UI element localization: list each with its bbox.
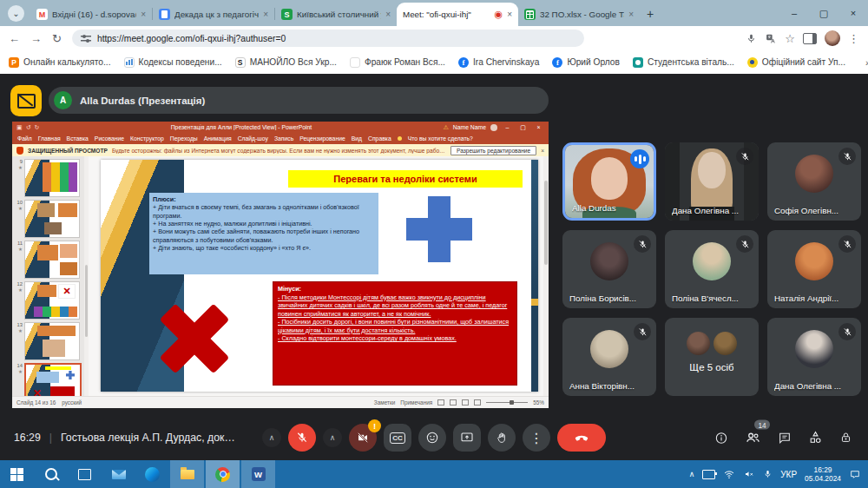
close-tab-icon[interactable]: × <box>628 10 634 19</box>
activities-button[interactable] <box>808 431 823 445</box>
translate-icon[interactable] <box>765 33 777 44</box>
menu-transitions[interactable]: Переходы <box>170 135 198 142</box>
language-indicator[interactable]: русский <box>62 399 82 406</box>
device-icon[interactable] <box>702 470 715 479</box>
enable-editing-button[interactable]: Разрешить редактирование <box>450 146 536 155</box>
close-tab-icon[interactable]: × <box>263 10 268 19</box>
url-text[interactable]: https://meet.google.com/ofi-qxui-ihj?aut… <box>97 34 575 43</box>
menu-home[interactable]: Главная <box>38 135 61 142</box>
browser-menu-icon[interactable]: ⋮ <box>848 33 859 44</box>
presenter-pill[interactable]: A Alla Durdas (Презентація) <box>49 87 549 114</box>
taskbar-clock[interactable]: 16:2905.04.2024 <box>805 465 841 483</box>
maximize-button[interactable]: ▢ <box>809 0 838 26</box>
back-icon[interactable]: ← <box>9 33 20 44</box>
raise-hand-button[interactable] <box>488 424 516 452</box>
tab-university[interactable]: S Київський столичний уніве... × <box>275 3 397 26</box>
tab-meet-active[interactable]: Meet: "ofi-qxui-ihj" ◉ × <box>397 3 518 26</box>
bookmark-calculator[interactable]: PОнлайн калькулято... <box>9 57 111 68</box>
slide-sorter-icon[interactable] <box>450 399 457 406</box>
voice-search-icon[interactable] <box>746 33 757 44</box>
bookmark-ira[interactable]: fIra Chervinskaya <box>458 57 539 68</box>
menu-draw[interactable]: Рисование <box>95 135 124 142</box>
ppt-quick-access-toolbar[interactable]: ▣↺↻ <box>16 124 39 131</box>
slide-scrollbar[interactable] <box>543 156 549 397</box>
dismiss-banner-icon[interactable]: × <box>541 148 544 154</box>
address-bar[interactable]: https://meet.google.com/ofi-qxui-ihj?aut… <box>72 30 584 47</box>
bookmark-official[interactable]: Офіційний сайт Уп... <box>747 57 845 68</box>
close-window-button[interactable]: × <box>838 0 868 26</box>
new-tab-button[interactable]: + <box>647 7 654 21</box>
tile-alla-durdas[interactable]: Alla Durdas <box>562 142 656 221</box>
tray-mic-icon[interactable] <box>763 469 773 479</box>
edge-app-button[interactable] <box>135 460 169 488</box>
reactions-button[interactable] <box>418 424 446 452</box>
menu-view[interactable]: Вид <box>352 135 362 142</box>
tab-search-icon[interactable]: ⌄ <box>8 5 24 22</box>
menu-animations[interactable]: Анимация <box>204 135 232 142</box>
slide-thumbnail-11[interactable] <box>24 241 80 279</box>
mic-options-chevron-icon[interactable]: ∧ <box>262 428 281 447</box>
chrome-app-button[interactable] <box>206 460 240 488</box>
file-explorer-button[interactable] <box>170 460 204 488</box>
bookmark-fraiuk[interactable]: Фраюк Роман Вся... <box>350 57 445 68</box>
tab-docs[interactable]: Декада цк з педагогічної о... × <box>153 3 274 26</box>
presentation-status-badge[interactable] <box>10 85 42 116</box>
close-tab-icon[interactable]: × <box>507 10 512 19</box>
task-view-button[interactable] <box>68 460 102 488</box>
zoom-level[interactable]: 55% <box>533 399 544 406</box>
start-button[interactable] <box>0 460 34 488</box>
save-icon[interactable]: ▣ <box>16 124 23 131</box>
tab-sheets[interactable]: 32 ПО.xlsx - Google Таблиц... × <box>518 3 640 26</box>
menu-design[interactable]: Конструктор <box>130 135 164 142</box>
word-app-button[interactable]: W <box>241 460 275 488</box>
meeting-details-button[interactable] <box>714 431 728 445</box>
slide-thumbnail-13[interactable] <box>24 322 80 360</box>
slide-thumbnail-9[interactable] <box>24 159 80 197</box>
comments-button[interactable]: Примечания <box>400 399 432 406</box>
close-tab-icon[interactable]: × <box>385 10 391 19</box>
participants-button[interactable]: 14 <box>745 430 761 446</box>
menu-review[interactable]: Рецензирование <box>299 135 345 142</box>
menu-record[interactable]: Запись <box>274 135 293 142</box>
taskbar-search-button[interactable] <box>34 460 68 488</box>
tile-anna[interactable]: Анна Вікторівн... <box>562 318 656 396</box>
menu-insert[interactable]: Вставка <box>67 135 89 142</box>
wifi-icon[interactable] <box>723 470 735 479</box>
tray-expand-icon[interactable]: ∧ <box>689 470 695 478</box>
mail-app-button[interactable] <box>102 460 135 488</box>
tell-me-box[interactable]: Что вы хотите сделать? <box>408 135 473 142</box>
bookmark-orlov[interactable]: fЮрий Орлов <box>552 57 620 68</box>
menu-file[interactable]: Файл <box>17 135 32 142</box>
captions-button[interactable]: CC <box>384 424 411 452</box>
slide-thumbnail-14-selected[interactable]: ✕ <box>24 363 82 397</box>
minimize-button[interactable]: – <box>779 0 809 26</box>
leave-call-button[interactable] <box>557 424 606 452</box>
tile-polina-b[interactable]: Поліна Борисів... <box>562 230 656 308</box>
redo-icon[interactable]: ↻ <box>35 124 40 131</box>
reading-view-icon[interactable] <box>462 399 469 406</box>
ppt-account-avatar[interactable] <box>490 124 497 131</box>
tile-dana-2[interactable]: Дана Олегівна ... <box>767 318 861 396</box>
slideshow-icon[interactable] <box>474 399 481 406</box>
more-options-button[interactable]: ⋮ <box>523 424 550 452</box>
notes-button[interactable]: Заметки <box>374 399 395 406</box>
bookmark-manoylo[interactable]: SМАНОЙЛО Вся Укр... <box>235 57 337 68</box>
site-settings-icon[interactable] <box>81 34 91 43</box>
mic-muted-button[interactable] <box>288 424 316 452</box>
bookmark-star-icon[interactable]: ☆ <box>785 33 795 44</box>
tile-sofia[interactable]: Софія Олегівн... <box>767 142 861 221</box>
browser-profile-avatar[interactable] <box>825 30 840 46</box>
ppt-minimize-button[interactable]: – <box>502 124 513 130</box>
host-controls-button[interactable] <box>839 432 852 445</box>
side-panel-icon[interactable] <box>803 33 817 44</box>
volume-muted-icon[interactable] <box>743 469 755 479</box>
menu-help[interactable]: Справка <box>368 135 391 142</box>
menu-slideshow[interactable]: Слайд-шоу <box>238 135 268 142</box>
forward-icon[interactable]: → <box>30 33 42 44</box>
zoom-slider[interactable] <box>486 402 528 403</box>
action-center-icon[interactable] <box>849 469 861 480</box>
close-tab-icon[interactable]: × <box>141 10 146 19</box>
chat-button[interactable] <box>778 431 792 445</box>
tile-polina-v[interactable]: Поліна В'ячесл... <box>665 230 759 308</box>
bookmark-student[interactable]: Студентська віталь... <box>633 57 734 68</box>
